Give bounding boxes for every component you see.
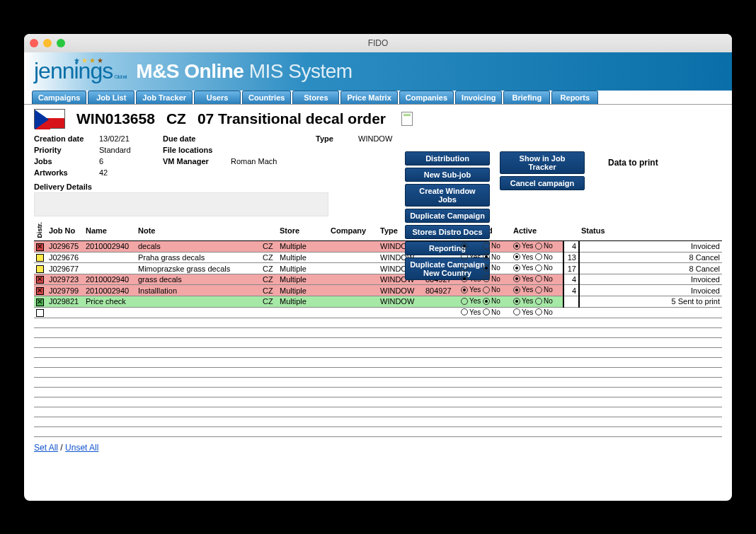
- table-row[interactable]: J0297992010002940InstalllationCZMultiple…: [34, 285, 722, 296]
- cell-company: [328, 241, 378, 253]
- cell-country: CZ: [260, 274, 277, 285]
- button-duplicate-campaign-new-country[interactable]: Duplicate Campaign New Country: [405, 257, 490, 280]
- cell-store: Multiple: [277, 263, 328, 274]
- distr-checkbox[interactable]: [36, 276, 44, 284]
- distr-checkbox[interactable]: [36, 265, 44, 273]
- banner-light: MIS System: [249, 60, 353, 82]
- cell-status: 8 Cancel: [579, 263, 722, 274]
- cell-count: 4: [563, 241, 579, 253]
- table-row[interactable]: J0296752010002940decalsCZMultipleWINDOW8…: [34, 241, 722, 253]
- distr-checkbox[interactable]: [36, 287, 44, 295]
- cell-active[interactable]: Yes No: [511, 241, 563, 253]
- cell-invoiced[interactable]: Yes No: [459, 296, 511, 307]
- tab-job-list[interactable]: Job List: [88, 91, 134, 104]
- button-cancel-campaign[interactable]: Cancel campaign: [500, 176, 585, 190]
- label-creation-date: Creation date: [34, 134, 99, 143]
- titlebar: FIDO: [24, 34, 732, 52]
- cell-store: Multiple: [277, 285, 328, 296]
- col-jobno[interactable]: Job No: [47, 221, 84, 241]
- col-name[interactable]: Name: [84, 221, 136, 241]
- tab-price-matrix[interactable]: Price Matrix: [340, 91, 397, 104]
- button-distribution[interactable]: Distribution: [405, 151, 490, 166]
- cell-store: Multiple: [277, 296, 328, 307]
- link-unset-all[interactable]: Unset All: [65, 443, 98, 453]
- tab-briefing[interactable]: Briefing: [503, 91, 550, 104]
- cell-company: [328, 285, 378, 296]
- cell-name: [84, 252, 136, 263]
- col-store[interactable]: Store: [277, 221, 328, 241]
- cell-note: decals: [136, 241, 260, 253]
- banner-title: M&S Online MIS System: [136, 60, 352, 83]
- tab-campaigns[interactable]: Campaigns: [32, 91, 86, 104]
- cell-jobno: J029676: [47, 252, 84, 263]
- label-jobs: Jobs: [34, 157, 99, 166]
- table-row[interactable]: J029676Praha grass decalsCZMultipleWINDO…: [34, 252, 722, 263]
- button-duplicate-campaign[interactable]: Duplicate Campaign: [405, 209, 490, 223]
- col-note[interactable]: Note: [136, 221, 260, 241]
- button-show-in-job-tracker[interactable]: Show in Job Tracker: [500, 151, 585, 174]
- cell-company: [328, 263, 378, 274]
- action-buttons-1: DistributionNew Sub-jobCreate Window Job…: [405, 151, 490, 280]
- distr-checkbox[interactable]: [36, 254, 44, 262]
- cell-active[interactable]: Yes No: [511, 285, 563, 296]
- cell-invoiced[interactable]: Yes No: [459, 274, 511, 285]
- button-create-window-jobs[interactable]: Create Window Jobs: [405, 184, 490, 207]
- cell-active[interactable]: Yes No: [511, 263, 563, 274]
- tab-reports[interactable]: Reports: [551, 91, 598, 104]
- tab-countries[interactable]: Countries: [242, 91, 291, 104]
- button-stores-distro-docs[interactable]: Stores Distro Docs: [405, 225, 490, 239]
- tab-companies[interactable]: Companies: [399, 91, 454, 104]
- tab-users[interactable]: Users: [194, 91, 241, 104]
- tab-job-tracker[interactable]: Job Tracker: [136, 91, 193, 104]
- cell-country: CZ: [260, 285, 277, 296]
- campaign-country: CZ: [166, 110, 186, 127]
- logo-sub: Global: [114, 74, 126, 80]
- distr-checkbox[interactable]: [36, 298, 44, 306]
- cell-note: Praha grass decals: [136, 252, 260, 263]
- campaign-title: 07 Transitional decal order: [197, 110, 386, 127]
- tab-stores[interactable]: Stores: [292, 91, 339, 104]
- table-row[interactable]: J0297232010002940grass decalsCZMultipleW…: [34, 274, 722, 285]
- cell-company: [328, 296, 378, 307]
- cell-active[interactable]: Yes No: [511, 252, 563, 263]
- col-active[interactable]: Active: [511, 221, 563, 241]
- table-row-empty: [34, 388, 722, 397]
- distr-checkbox[interactable]: [36, 309, 44, 317]
- cell-active[interactable]: Yes No: [511, 307, 563, 318]
- cell-store: Multiple: [277, 274, 328, 285]
- cell-note: [136, 296, 260, 307]
- table-row-empty: [34, 368, 722, 378]
- cell-jobno: J029723: [47, 274, 84, 285]
- campaign-code: WIN013658: [76, 110, 155, 127]
- label-vm-manager: VM Manager: [163, 157, 231, 166]
- col-status[interactable]: Status: [579, 221, 722, 241]
- button-new-sub-job[interactable]: New Sub-job: [405, 168, 490, 182]
- document-icon[interactable]: [401, 112, 413, 126]
- country-flag-icon: [34, 109, 65, 129]
- button-reporting[interactable]: Reporting: [405, 241, 490, 255]
- cell-invoiced[interactable]: Yes No: [459, 285, 511, 296]
- distr-checkbox[interactable]: [36, 243, 44, 251]
- main-tabs: CampaignsJob ListJob TrackerUsersCountri…: [24, 91, 732, 105]
- col-company[interactable]: Company: [328, 221, 378, 241]
- tab-invoicing[interactable]: Invoicing: [455, 91, 502, 104]
- app-window: FIDO ★★★★ jenningsGlobal M&S Online MIS …: [24, 34, 732, 501]
- banner: ★★★★ jenningsGlobal M&S Online MIS Syste…: [24, 52, 732, 91]
- content: WIN013658 CZ 07 Transitional decal order…: [24, 105, 732, 460]
- cell-country: CZ: [260, 263, 277, 274]
- table-row[interactable]: J029821Price checkCZMultipleWINDOWYes No…: [34, 296, 722, 307]
- cell-name: 2010002940: [84, 241, 136, 253]
- table-row[interactable]: J029677Mimoprazske grass decalsCZMultipl…: [34, 263, 722, 274]
- cell-invoice: [423, 296, 459, 307]
- cell-invoiced[interactable]: Yes No: [459, 307, 511, 318]
- cell-active[interactable]: Yes No: [511, 296, 563, 307]
- label-delivery-details: Delivery Details: [34, 182, 722, 191]
- link-set-all[interactable]: Set All: [34, 443, 58, 453]
- col-distr: Distr.: [36, 222, 43, 238]
- table-row-empty: [34, 348, 722, 358]
- delivery-details-box[interactable]: [34, 192, 328, 216]
- cell-jobno: J029677: [47, 263, 84, 274]
- data-to-print-label[interactable]: Data to print: [608, 158, 658, 168]
- table-row[interactable]: Yes NoYes No: [34, 307, 722, 318]
- cell-active[interactable]: Yes No: [511, 274, 563, 285]
